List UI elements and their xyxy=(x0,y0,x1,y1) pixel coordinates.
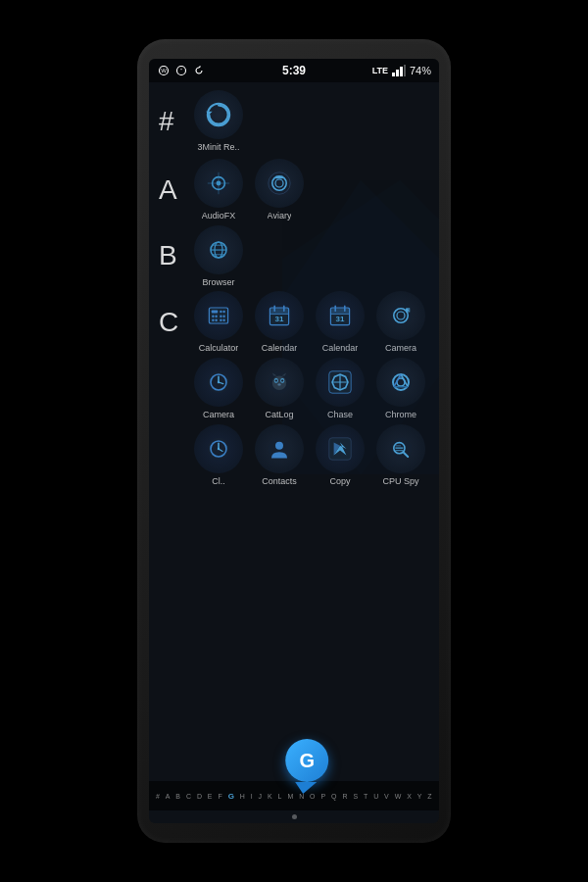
signal-bars-icon xyxy=(392,65,406,76)
alpha-d[interactable]: D xyxy=(197,793,202,800)
alpha-c[interactable]: C xyxy=(186,793,191,800)
section-letter-hash: # xyxy=(159,108,190,135)
svg-text:31: 31 xyxy=(275,315,284,323)
svg-point-31 xyxy=(222,311,224,313)
svg-point-36 xyxy=(212,319,214,321)
svg-point-66 xyxy=(275,379,277,381)
app-icon-browser xyxy=(194,225,243,274)
alpha-m[interactable]: M xyxy=(287,793,293,800)
app-icon-chase xyxy=(316,358,365,407)
status-time: 5:39 xyxy=(282,64,306,77)
alpha-l[interactable]: L xyxy=(278,793,282,800)
alpha-f[interactable]: F xyxy=(218,793,221,800)
app-icon-contacts xyxy=(255,424,304,473)
app-icon-calculator xyxy=(194,291,243,340)
svg-rect-29 xyxy=(212,311,218,314)
alpha-i[interactable]: I xyxy=(251,793,253,800)
svg-point-84 xyxy=(275,442,283,450)
app-label-contacts: Contacts xyxy=(262,476,297,487)
app-icon-camera2 xyxy=(194,358,243,407)
app-icon-chrome xyxy=(376,358,425,407)
quote-icon: " xyxy=(174,64,188,77)
alpha-p[interactable]: P xyxy=(320,793,325,800)
alpha-a[interactable]: A xyxy=(166,793,171,800)
app-icon-aviary xyxy=(255,159,304,208)
svg-point-11 xyxy=(208,104,229,125)
apps-row-hash: 3Minit Re.. xyxy=(190,90,247,153)
svg-line-4 xyxy=(199,67,201,69)
alpha-x[interactable]: X xyxy=(407,793,412,800)
alpha-t[interactable]: T xyxy=(364,793,368,800)
alpha-k[interactable]: K xyxy=(268,793,272,800)
alpha-b[interactable]: B xyxy=(175,793,180,800)
svg-point-32 xyxy=(212,316,214,318)
status-icons-left: W " xyxy=(157,64,206,77)
app-item-copy[interactable]: Copy xyxy=(312,424,368,487)
app-item-cpuspy[interactable]: CPU Spy xyxy=(372,424,429,487)
device: W " 5:39 xyxy=(137,39,451,843)
svg-text:W: W xyxy=(161,68,167,74)
svg-rect-21 xyxy=(275,176,283,178)
svg-point-68 xyxy=(277,383,280,385)
bubble-letter: G xyxy=(285,739,328,782)
bubble-tail xyxy=(295,782,317,794)
app-label-cpuspy: CPU Spy xyxy=(382,476,418,487)
svg-point-39 xyxy=(222,319,224,321)
alpha-s[interactable]: S xyxy=(353,793,358,800)
svg-point-37 xyxy=(215,319,217,321)
svg-point-35 xyxy=(222,316,224,318)
svg-point-67 xyxy=(281,379,283,381)
svg-rect-41 xyxy=(270,308,288,314)
alpha-e[interactable]: E xyxy=(208,793,213,800)
app-icon-3minit xyxy=(194,90,243,139)
alpha-h[interactable]: H xyxy=(240,793,245,800)
alpha-u[interactable]: U xyxy=(373,793,378,800)
svg-rect-47 xyxy=(330,308,349,314)
status-right: LTE 74% xyxy=(372,65,431,76)
alpha-y[interactable]: Y xyxy=(417,793,422,800)
app-label-clock: Cl.. xyxy=(212,476,225,487)
alpha-j[interactable]: J xyxy=(259,793,263,800)
alpha-r[interactable]: R xyxy=(342,793,347,800)
app-label-calculator: Calculator xyxy=(199,343,239,354)
section-letter-c: C xyxy=(159,309,190,336)
alpha-w[interactable]: W xyxy=(395,793,402,800)
device-screen: W " 5:39 xyxy=(149,59,439,823)
app-label-camera2: Camera xyxy=(203,410,234,420)
alpha-g[interactable]: G xyxy=(228,792,234,801)
app-item-audiofx[interactable]: AudioFX xyxy=(190,159,247,221)
alpha-hash[interactable]: # xyxy=(156,793,160,800)
app-icon-audiofx xyxy=(194,159,243,208)
svg-point-34 xyxy=(220,316,221,318)
svg-point-61 xyxy=(218,381,220,383)
app-item-3minit[interactable]: 3Minit Re.. xyxy=(190,90,247,153)
svg-point-82 xyxy=(218,448,220,450)
scroll-bubble[interactable]: G xyxy=(285,739,328,790)
section-letter-a: A xyxy=(159,176,190,204)
app-icon-catlog xyxy=(255,358,304,407)
svg-rect-8 xyxy=(404,65,406,76)
app-icon-clock xyxy=(194,424,243,473)
status-bar: W " 5:39 xyxy=(149,59,439,82)
app-list: # 3Minit Re.. xyxy=(149,82,439,781)
app-item-camera2[interactable]: Camera xyxy=(190,358,247,420)
app-label-3minit: 3Minit Re.. xyxy=(197,142,239,153)
app-item-clock[interactable]: Cl.. xyxy=(190,424,247,487)
whatsapp-icon: W xyxy=(157,64,171,77)
bird-icon xyxy=(192,64,206,77)
alpha-q[interactable]: Q xyxy=(331,793,336,800)
section-hash: # 3Minit Re.. xyxy=(159,90,429,153)
app-item-contacts[interactable]: Contacts xyxy=(251,424,308,487)
battery-percent: 74% xyxy=(410,65,431,76)
alpha-v[interactable]: V xyxy=(384,793,389,800)
app-item-calculator[interactable]: Calculator xyxy=(190,291,247,354)
app-label-copy: Copy xyxy=(329,476,350,487)
svg-rect-28 xyxy=(209,308,227,323)
app-icon-copy xyxy=(316,424,365,473)
alpha-z[interactable]: Z xyxy=(427,793,431,800)
app-label-browser: Browser xyxy=(202,277,234,288)
app-item-browser[interactable]: Browser xyxy=(190,225,247,288)
svg-point-63 xyxy=(272,376,286,390)
svg-point-38 xyxy=(220,319,221,321)
apps-row-b: Browser xyxy=(190,225,247,288)
